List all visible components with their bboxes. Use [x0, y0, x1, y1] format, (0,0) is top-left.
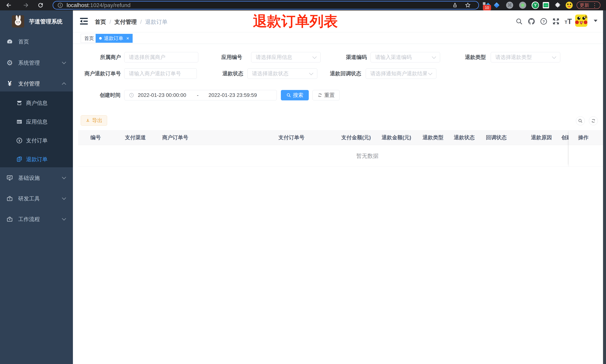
yen-icon: ¥	[6, 80, 13, 87]
placeholder: 请输入商户退款订单号	[129, 70, 192, 77]
breadcrumb-item-home[interactable]: 首页	[95, 19, 106, 25]
extension-chat-icon[interactable]	[542, 0, 550, 10]
tag-close-icon[interactable]: ×	[126, 36, 129, 41]
caret-down-icon[interactable]	[594, 20, 597, 22]
merchant-refund-no-input[interactable]: 请输入商户退款订单号	[124, 68, 197, 79]
refresh-icon[interactable]	[589, 116, 598, 125]
browser-back-icon[interactable]	[3, 0, 14, 10]
placeholder: 请输入渠道编码	[375, 54, 431, 61]
svg-text:?: ?	[542, 19, 545, 24]
sidebar-item-label: 退款订单	[26, 154, 48, 165]
help-icon[interactable]: ?	[537, 15, 550, 28]
date-end-value: 2022-01-23 23:59:59	[209, 92, 257, 98]
table-empty-row: 暂无数据	[78, 145, 603, 167]
scrollbar-track[interactable]	[603, 10, 606, 364]
chevron-down-icon	[62, 216, 66, 221]
breadcrumb-item-refund: 退款订单	[145, 19, 168, 25]
sidebar-item-pay[interactable]: ¥ 支付管理	[0, 78, 73, 89]
sidebar-item-system[interactable]: ⚙ 系统管理	[0, 58, 73, 68]
toolbox-icon	[6, 195, 13, 202]
col-refund-reason: 退款原因	[531, 130, 552, 145]
store-icon	[16, 99, 23, 107]
chevron-down-icon	[428, 71, 433, 75]
sidebar-item-workflow[interactable]: 工作流程	[0, 214, 73, 224]
placeholder: 请选择所属商户	[129, 54, 194, 61]
breadcrumb-item-pay[interactable]: 支付管理	[114, 19, 137, 25]
col-pay-order-no: 支付订单号	[278, 130, 304, 145]
update-label: 更新	[580, 2, 589, 9]
tag-refund-order[interactable]: 退款订单 ×	[96, 34, 133, 43]
font-size-icon[interactable]: TT	[562, 15, 575, 28]
filter-label-app: 应用编号	[186, 52, 242, 63]
date-range-picker[interactable]: 2022-01-23 00:00:00 - 2022-01-23 23:59:5…	[124, 90, 277, 100]
filter-label-channel: 渠道编码	[311, 52, 367, 63]
breadcrumb: 首页 / 支付管理 / 退款订单	[95, 18, 168, 26]
chevron-up-icon	[62, 82, 66, 87]
extension-command-icon[interactable]: ⌘	[506, 0, 514, 10]
sidebar-item-home[interactable]: 首页	[0, 37, 73, 47]
sidebar-item-infra[interactable]: 基础设施	[0, 173, 73, 183]
sidebar-item-label: 工作流程	[18, 214, 40, 224]
search-button[interactable]: 搜索	[281, 90, 309, 100]
sidebar-item-devtools[interactable]: 研发工具	[0, 193, 73, 204]
extension-record-icon[interactable]	[519, 0, 527, 10]
empty-text: 暂无数据	[349, 145, 386, 167]
sidebar-item-label: 支付订单	[26, 135, 48, 146]
dashboard-icon	[6, 38, 13, 45]
search-icon[interactable]	[513, 15, 526, 28]
share-icon[interactable]	[452, 2, 458, 8]
sidebar-item-app-info[interactable]: 应用信息	[0, 117, 73, 127]
app-select[interactable]: 请选择应用信息	[251, 52, 321, 63]
tag-label: 首页	[84, 35, 94, 42]
export-button[interactable]: 导出	[81, 115, 107, 126]
tag-home[interactable]: 首页	[81, 34, 97, 43]
browser-menu-icon[interactable]: ⋮	[592, 2, 597, 9]
page-annotation-title: 退款订单列表	[253, 12, 338, 31]
browser-update-button[interactable]: 更新 ⋮	[577, 1, 600, 9]
col-refund-amount: 退款金额(元)	[382, 130, 411, 145]
table-icon	[16, 118, 23, 126]
url-bar[interactable]: localhost:1024/pay/refund	[53, 1, 479, 10]
browser-reload-icon[interactable]	[35, 0, 46, 10]
extension-kite-icon[interactable]	[493, 0, 501, 10]
col-id: 编号	[90, 130, 101, 145]
extensions-puzzle-icon[interactable]	[553, 0, 562, 10]
site-info-icon[interactable]	[57, 2, 63, 8]
toggle-search-icon[interactable]	[576, 116, 585, 125]
date-range-separator: -	[192, 92, 203, 98]
app-title: 芋道管理系统	[29, 18, 63, 26]
sidebar-item-merchant-info[interactable]: 商户信息	[0, 98, 73, 108]
profile-emoji-icon[interactable]	[565, 0, 573, 10]
col-refund-type: 退款类型	[422, 130, 443, 145]
github-icon[interactable]	[525, 15, 538, 28]
extension-y-icon[interactable]: Y	[531, 0, 540, 10]
main-content: 所属商户 请选择所属商户 应用编号 请选择应用信息 渠道编码 请输入渠道编码 退…	[73, 44, 603, 364]
table-header: 编号 支付渠道 商户订单号 支付订单号 支付金额(元) 退款金额(元) 退款类型…	[78, 130, 603, 145]
documents-icon	[16, 156, 23, 163]
sidebar-item-refund-order[interactable]: 退款订单	[0, 154, 73, 165]
chevron-down-icon	[552, 55, 556, 59]
active-dot	[99, 37, 102, 39]
sidebar-collapse-icon[interactable]	[79, 17, 88, 25]
avatar[interactable]	[575, 14, 587, 27]
sidebar-item-label: 基础设施	[18, 173, 40, 183]
fullscreen-icon[interactable]	[550, 15, 563, 28]
gear-icon: ⚙	[6, 59, 13, 66]
bookmark-star-icon[interactable]	[465, 2, 471, 8]
sidebar-item-label: 研发工具	[18, 193, 40, 204]
channel-select[interactable]: 请输入渠道编码	[370, 52, 440, 63]
refund-type-select[interactable]: 请选择退款类型	[491, 52, 560, 63]
svg-text:¥: ¥	[18, 139, 20, 143]
tags-view-bar: 首页 退款订单 ×	[73, 32, 603, 44]
sidebar-item-pay-order[interactable]: ¥ 支付订单	[0, 135, 73, 146]
col-pay-amount: 支付金额(元)	[341, 130, 371, 145]
url-path: :1024/pay/refund	[89, 2, 130, 8]
browser-forward-icon[interactable]	[20, 0, 31, 10]
placeholder: 请选择通知商户退款结果的	[370, 70, 427, 77]
col-refund-status: 退款状态	[454, 130, 475, 145]
reset-button[interactable]: 重置	[313, 90, 340, 100]
yen-circle-icon: ¥	[16, 137, 23, 144]
callback-status-select[interactable]: 请选择通知商户退款结果的	[366, 68, 436, 79]
filter-label-refund-type: 退款类型	[430, 52, 486, 63]
filter-label-merchant-refund-no: 商户退款订单号	[56, 68, 121, 79]
